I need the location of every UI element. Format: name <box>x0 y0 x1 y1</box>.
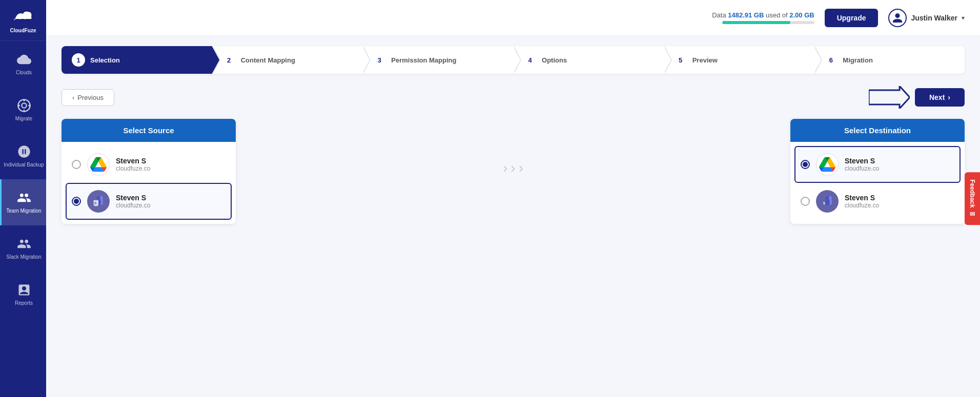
svg-point-0 <box>22 103 26 108</box>
destination-radio-teams[interactable] <box>801 197 810 206</box>
destination-gdrive-icon <box>816 153 839 176</box>
storage-info: Data 1482.91 GB used of 2.00 GB <box>712 11 814 24</box>
storage-bar-fill <box>722 21 790 24</box>
sidebar-item-individual-backup[interactable]: Individual Backup <box>0 133 46 179</box>
step-4-label: Options <box>542 56 567 64</box>
destination-teams-name: Steven S <box>845 194 954 202</box>
source-google-name: Steven S <box>116 157 226 165</box>
svg-text:S: S <box>94 201 97 205</box>
destination-google-domain: cloudfuze.co <box>845 165 954 172</box>
destination-account-teams-details: Steven S cloudfuze.co <box>845 194 954 209</box>
feedback-button[interactable]: Feedback ✉ <box>965 172 980 225</box>
next-arrow-icon: › <box>948 93 950 101</box>
sidebar-item-backup-label: Individual Backup <box>4 162 44 168</box>
step-2[interactable]: 2 Content Mapping <box>212 46 363 74</box>
destination-account-google[interactable]: Steven S cloudfuze.co <box>794 146 961 183</box>
arrow-1: › <box>503 160 507 176</box>
sidebar-item-clouds[interactable]: Clouds <box>0 41 46 87</box>
step-3-label: Permission Mapping <box>391 56 456 64</box>
source-panel-body: Steven S cloudfuze.co <box>62 142 236 224</box>
steps-bar: 1 Selection 2 Content Mapping 3 Permissi… <box>62 46 965 74</box>
previous-button[interactable]: ‹ Previous <box>62 89 114 106</box>
sidebar-item-slack-migration[interactable]: Slack Migration <box>0 225 46 271</box>
source-radio-teams[interactable] <box>72 197 81 206</box>
header: Data 1482.91 GB used of 2.00 GB Upgrade … <box>46 0 980 36</box>
prev-label: Previous <box>77 94 104 101</box>
storage-used: 1482.91 GB <box>728 11 764 19</box>
destination-google-name: Steven S <box>845 157 954 165</box>
destination-panel-header: Select Destination <box>790 119 965 142</box>
app-logo: CloudFuze <box>0 0 46 41</box>
step-1-number: 1 <box>72 53 85 67</box>
svg-point-4 <box>97 196 100 200</box>
chevron-down-icon: ▾ <box>962 14 965 22</box>
svg-rect-6 <box>825 200 829 205</box>
sidebar-item-clouds-label: Clouds <box>16 70 32 76</box>
sidebar-item-migrate-label: Migrate <box>15 116 32 122</box>
upgrade-button[interactable]: Upgrade <box>825 9 879 27</box>
middle-arrows: › › › <box>236 119 790 176</box>
destination-teams-logo: S <box>820 194 834 208</box>
destination-teams-icon: S <box>816 190 839 213</box>
source-panel: Select Source <box>62 119 236 224</box>
cloud-icon <box>17 52 31 67</box>
backup-icon <box>17 144 31 159</box>
teams-logo: S <box>91 194 106 208</box>
panels-row: Select Source <box>62 119 965 224</box>
content-area: 1 Selection 2 Content Mapping 3 Permissi… <box>46 36 980 397</box>
destination-account-teams[interactable]: S Steven S cloudfuze.co <box>794 183 961 220</box>
nav-buttons: ‹ Previous Next › <box>62 86 965 109</box>
sidebar-item-reports-label: Reports <box>15 300 33 306</box>
step-6[interactable]: 6 Migration <box>814 46 965 74</box>
step-5-label: Preview <box>692 56 718 64</box>
source-account-google[interactable]: Steven S cloudfuze.co <box>66 146 232 183</box>
svg-marker-2 <box>869 86 910 109</box>
sidebar-item-reports[interactable]: Reports <box>0 271 46 318</box>
step-5[interactable]: 5 Preview <box>664 46 814 74</box>
step-3[interactable]: 3 Permission Mapping <box>362 46 513 74</box>
step-1[interactable]: 1 Selection <box>62 46 212 74</box>
ms-teams-icon: S <box>87 190 110 213</box>
next-area: Next › <box>869 86 965 109</box>
user-info[interactable]: Justin Walker ▾ <box>888 9 965 27</box>
storage-label: Data <box>712 11 726 19</box>
destination-panel-body: Steven S cloudfuze.co <box>790 142 965 224</box>
sidebar-item-migrate[interactable]: Migrate <box>0 87 46 133</box>
step-2-label: Content Mapping <box>241 56 295 64</box>
storage-used-label: used of <box>766 11 788 19</box>
slack-icon <box>17 237 31 251</box>
next-label: Next <box>929 93 945 101</box>
source-panel-header: Select Source <box>62 119 236 142</box>
storage-text: Data 1482.91 GB used of 2.00 GB <box>712 11 814 19</box>
team-icon <box>17 191 31 205</box>
sidebar-item-slack-migration-label: Slack Migration <box>6 254 41 260</box>
source-teams-name: Steven S <box>116 194 226 202</box>
destination-gdrive-logo <box>819 156 835 173</box>
user-name: Justin Walker <box>911 14 957 22</box>
step-3-number: 3 <box>373 53 386 67</box>
sidebar-item-team-migration-label: Team Migration <box>6 208 41 214</box>
step-4-number: 4 <box>523 53 537 67</box>
source-google-domain: cloudfuze.co <box>116 165 226 172</box>
prev-chevron-icon: ‹ <box>72 94 74 101</box>
user-avatar <box>888 9 907 27</box>
storage-bar <box>722 21 814 24</box>
source-account-teams[interactable]: S Steven S cloudfuze.co <box>66 183 232 220</box>
feedback-icon: ✉ <box>969 211 976 218</box>
step-4[interactable]: 4 Options <box>513 46 664 74</box>
step-6-label: Migration <box>843 56 873 64</box>
sidebar: CloudFuze Clouds Migrate Individual Back… <box>0 0 46 397</box>
step-6-number: 6 <box>824 53 838 67</box>
next-button[interactable]: Next › <box>915 88 965 107</box>
destination-teams-domain: cloudfuze.co <box>845 202 954 209</box>
source-radio-google[interactable] <box>72 160 81 169</box>
sidebar-item-team-migration[interactable]: Team Migration <box>0 179 46 225</box>
arrow-3: › <box>519 160 523 176</box>
gdrive-logo <box>90 156 107 173</box>
destination-account-google-details: Steven S cloudfuze.co <box>845 157 954 172</box>
destination-radio-google[interactable] <box>801 160 810 169</box>
feedback-label: Feedback <box>969 179 976 207</box>
app-name: CloudFuze <box>10 28 36 33</box>
source-account-teams-details: Steven S cloudfuze.co <box>116 194 226 209</box>
step-1-label: Selection <box>90 56 120 64</box>
